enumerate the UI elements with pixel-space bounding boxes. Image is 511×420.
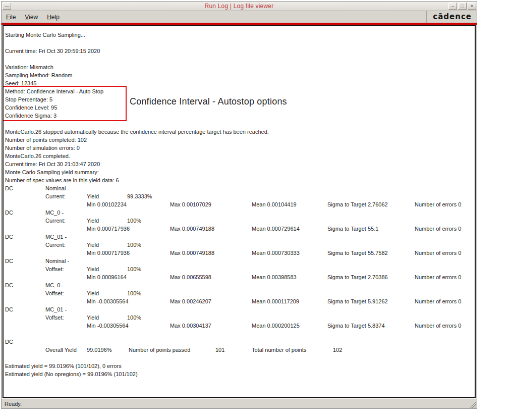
status-text: Ready. bbox=[2, 401, 22, 407]
log-line: Sampling Method: Random bbox=[5, 71, 475, 79]
yield-test-name: DC bbox=[5, 233, 13, 241]
mean-value: Mean 0.00104419 bbox=[252, 200, 297, 208]
log-line: Number of spec values are in this yield … bbox=[5, 176, 475, 184]
points-passed-value: 101 bbox=[215, 346, 224, 354]
log-line: MonteCarlo.26 completed. bbox=[5, 152, 475, 160]
max-value: Max 0.00304137 bbox=[170, 322, 211, 330]
log-line: Estimated yield (No opregions) = 99.0196… bbox=[5, 370, 475, 378]
log-blank-line: Overall Yield99.0196%Number of points pa… bbox=[5, 346, 475, 354]
log-viewport[interactable]: Confidence Interval - Autostop options S… bbox=[3, 25, 476, 398]
sigma-to-target-value: Sigma to Target 55.7582 bbox=[327, 249, 388, 257]
menu-item-help[interactable]: Help bbox=[42, 12, 64, 22]
log-blank-line: DCMC_01 - bbox=[5, 305, 475, 313]
yield-value: 100% bbox=[127, 313, 141, 322]
yield-test-name: DC bbox=[5, 208, 13, 217]
log-line: Monte Carlo Sampling yield summary: bbox=[5, 168, 475, 176]
yield-label: Yield bbox=[87, 265, 99, 273]
log-line: Seed: 12345 bbox=[5, 79, 475, 87]
log-blank-line bbox=[5, 55, 475, 63]
yield-value: 100% bbox=[127, 265, 141, 273]
yield-point-name: MC_0 - bbox=[45, 281, 64, 289]
log-line: Number of points completed: 102 bbox=[5, 136, 475, 144]
yield-test-name: DC bbox=[5, 281, 13, 289]
error-count: Number of errors 0 bbox=[415, 273, 461, 281]
cadence-logo: cādence bbox=[433, 12, 472, 21]
log-blank-line bbox=[5, 120, 475, 128]
sigma-to-target-value: Sigma to Target 55.1 bbox=[327, 225, 378, 233]
log-blank-line: Min 0.00102234Max 0.00107029Mean 0.00104… bbox=[5, 200, 475, 208]
sigma-to-target-value: Sigma to Target 2.76062 bbox=[327, 200, 388, 208]
yield-spec-name: Current: bbox=[45, 192, 66, 200]
max-value: Max 0.00655598 bbox=[170, 273, 211, 281]
log-line: Variation: Mismatch bbox=[5, 63, 475, 71]
overall-yield-value: 99.0196% bbox=[87, 346, 112, 354]
log-blank-line: Voffset:Yield100% bbox=[5, 313, 475, 322]
yield-point-name: Nominal - bbox=[45, 257, 69, 265]
yield-point-name: Nominal - bbox=[45, 184, 69, 192]
yield-test-name: DC bbox=[5, 184, 13, 192]
log-blank-line bbox=[5, 39, 475, 47]
error-count: Number of errors 0 bbox=[415, 200, 461, 208]
yield-spec-name: Current: bbox=[45, 241, 66, 249]
error-count: Number of errors 0 bbox=[415, 225, 461, 233]
yield-value: 100% bbox=[127, 289, 141, 297]
log-line: Current time: Fri Oct 30 20:59:15 2020 bbox=[5, 47, 475, 55]
yield-label: Yield bbox=[87, 241, 99, 249]
error-count: Number of errors 0 bbox=[415, 249, 461, 257]
log-blank-line: DCNominal - bbox=[5, 257, 475, 265]
sigma-to-target-value: Sigma to Target 5.8374 bbox=[327, 322, 385, 330]
yield-label: Yield bbox=[87, 313, 99, 322]
sigma-to-target-value: Sigma to Target 2.70386 bbox=[327, 273, 388, 281]
red-accent-line bbox=[2, 23, 477, 25]
min-value: Min 0.00096164 bbox=[87, 273, 127, 281]
log-blank-line bbox=[5, 330, 475, 338]
yield-point-name: MC_01 - bbox=[45, 305, 67, 313]
log-blank-line: Min -0.00305564Max 0.00246207Mean 0.0001… bbox=[5, 297, 475, 305]
log-line: Current time: Fri Oct 30 21:03:47 2020 bbox=[5, 160, 475, 168]
yield-label: Yield bbox=[87, 289, 99, 297]
title-bar[interactable]: — Run Log | Log file viewer – □ ✕ bbox=[2, 2, 477, 11]
resize-grip[interactable] bbox=[469, 401, 476, 408]
log-line: MonteCarlo.26 stopped automatically beca… bbox=[5, 128, 475, 136]
max-value: Max 0.00246207 bbox=[170, 297, 211, 305]
log-blank-line: Min -0.00305564Max 0.00304137Mean 0.0002… bbox=[5, 322, 475, 330]
mean-value: Mean 0.00398583 bbox=[252, 273, 297, 281]
error-count: Number of errors 0 bbox=[415, 297, 461, 305]
min-value: Min 0.000717936 bbox=[87, 249, 130, 257]
yield-spec-name: Voffset: bbox=[45, 289, 64, 297]
log-blank-line: DCMC_0 - bbox=[5, 281, 475, 289]
yield-value: 100% bbox=[127, 217, 141, 225]
log-line: Confidence Level: 95 bbox=[5, 103, 475, 112]
yield-label: Yield bbox=[87, 192, 99, 200]
log-line: Estimated yield = 99.0196% (101/102), 0 … bbox=[5, 362, 475, 370]
status-bar: Ready. bbox=[2, 398, 477, 408]
log-line: Stop Percentage: 5 bbox=[5, 95, 475, 103]
yield-value: 100% bbox=[127, 241, 141, 249]
menu-item-file[interactable]: File bbox=[2, 12, 20, 22]
points-passed-label: Number of points passed bbox=[129, 346, 190, 354]
mean-value: Mean 0.000117209 bbox=[252, 297, 299, 305]
max-value: Max 0.000749188 bbox=[170, 225, 214, 233]
yield-test-name: DC bbox=[5, 305, 13, 313]
yield-test-name: DC bbox=[5, 257, 13, 265]
log-blank-line: Current:Yield99.3333% bbox=[5, 192, 475, 200]
log-line: Method: Confidence Interval - Auto Stop bbox=[5, 87, 475, 95]
log-blank-line: Current:Yield100% bbox=[5, 217, 475, 225]
log-line: Number of simulation errors: 0 bbox=[5, 144, 475, 152]
menu-item-view[interactable]: View bbox=[20, 12, 42, 22]
log-blank-line: Voffset:Yield100% bbox=[5, 265, 475, 273]
screen: { "window": { "title": "Run Log | Log fi… bbox=[0, 0, 511, 420]
min-value: Min -0.00305564 bbox=[87, 297, 129, 305]
sigma-to-target-value: Sigma to Target 5.91262 bbox=[327, 297, 388, 305]
mean-value: Mean 0.000729614 bbox=[252, 225, 300, 233]
log-blank-line: Min 0.00096164Max 0.00655598Mean 0.00398… bbox=[5, 273, 475, 281]
log-blank-line: DC bbox=[5, 338, 475, 346]
log-blank-line: Voffset:Yield100% bbox=[5, 289, 475, 297]
log-blank-line: Min 0.000717936Max 0.000749188Mean 0.000… bbox=[5, 225, 475, 233]
overall-yield-label: Overall Yield bbox=[45, 346, 77, 354]
yield-value: 99.3333% bbox=[127, 192, 152, 200]
log-blank-line: Current:Yield100% bbox=[5, 241, 475, 249]
mean-value: Mean 0.000200125 bbox=[252, 322, 300, 330]
yield-spec-name: Current: bbox=[45, 217, 66, 225]
log-line: Starting Monte Carlo Sampling... bbox=[5, 31, 475, 39]
